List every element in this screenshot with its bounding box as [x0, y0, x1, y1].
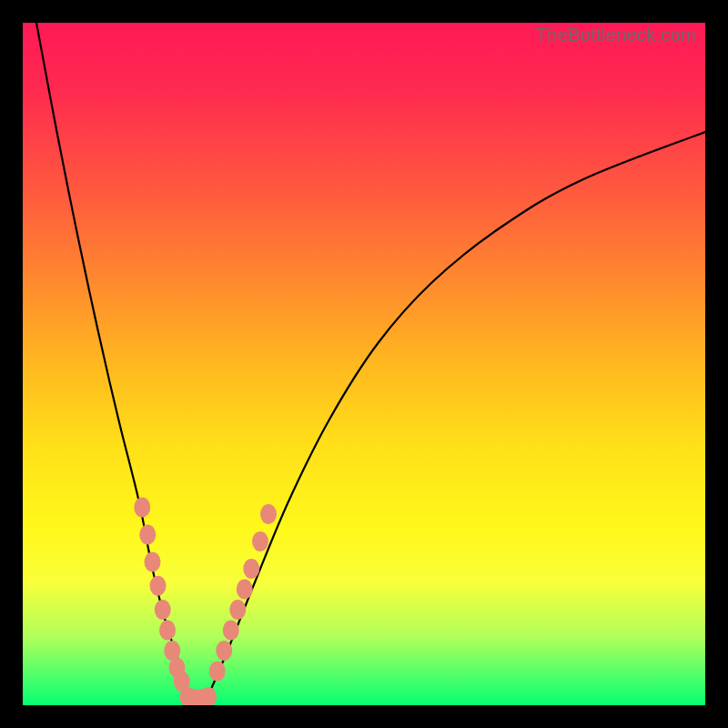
curve-right-branch	[207, 132, 706, 699]
marker-left-dots	[164, 641, 180, 661]
marker-right-dots	[252, 531, 268, 551]
marker-right-dots	[216, 641, 232, 661]
marker-left-dots	[139, 525, 156, 545]
marker-right-dots	[229, 600, 246, 620]
marker-right-dots	[223, 621, 239, 641]
marker-right-dots	[209, 662, 226, 682]
chart-svg	[23, 23, 705, 705]
marker-left-dots	[150, 576, 167, 596]
marker-right-dots	[243, 559, 259, 579]
marker-left-dots	[145, 552, 161, 572]
marker-left-dots	[134, 498, 150, 518]
chart-canvas: TheBottleneck.com	[23, 23, 705, 705]
marker-left-dots	[155, 600, 171, 620]
curve-left-branch	[36, 23, 190, 699]
marker-left-dots	[159, 621, 176, 641]
marker-right-dots	[260, 504, 277, 524]
marker-right-dots	[237, 580, 253, 600]
